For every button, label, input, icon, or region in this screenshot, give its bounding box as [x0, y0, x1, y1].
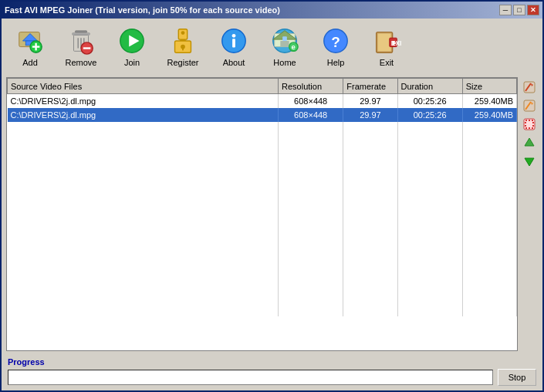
add-button[interactable]: Add	[6, 22, 54, 71]
table-row[interactable]: C:\DRIVERS\2j.dl.mpg 608×448 29.97 00:25…	[8, 108, 517, 122]
exit-label: Exit	[380, 58, 394, 67]
empty-row	[8, 275, 517, 289]
empty-row	[8, 233, 517, 247]
svg-rect-29	[282, 36, 287, 41]
svg-text:?: ?	[331, 34, 340, 50]
side-toolbar	[521, 77, 538, 351]
join-button[interactable]: Join	[108, 22, 156, 71]
empty-row	[8, 122, 517, 136]
empty-row	[8, 150, 517, 164]
move-up-button[interactable]	[522, 136, 536, 150]
exit-button[interactable]: EXIT Exit	[363, 22, 411, 71]
cell-framerate: 29.97	[343, 108, 397, 122]
home-label: Home	[273, 58, 296, 67]
empty-row	[8, 177, 517, 191]
window-title: Fast AVI MPEG Joiner (Trial version, joi…	[5, 5, 280, 15]
home-button[interactable]: e Home	[261, 22, 309, 71]
svg-rect-6	[75, 31, 86, 33]
about-icon	[218, 25, 249, 56]
svg-marker-47	[525, 138, 534, 146]
empty-row	[8, 289, 517, 302]
help-label: Help	[327, 58, 345, 67]
minimize-button[interactable]: ─	[499, 5, 512, 15]
empty-row	[8, 164, 517, 177]
help-button[interactable]: ? Help	[312, 22, 360, 71]
svg-point-23	[232, 34, 236, 38]
remove-button[interactable]: Remove	[57, 22, 105, 71]
empty-row	[8, 247, 517, 261]
move-down-button[interactable]	[522, 154, 536, 168]
cell-duration: 00:25:26	[397, 94, 462, 108]
col-header-duration: Duration	[397, 79, 462, 94]
svg-point-17	[181, 31, 185, 35]
svg-rect-28	[280, 41, 289, 47]
help-icon: ?	[320, 25, 351, 56]
close-button[interactable]: ✕	[527, 5, 539, 15]
svg-rect-35	[378, 34, 391, 52]
svg-marker-48	[525, 158, 534, 166]
file-table: Source Video Files Resolution Framerate …	[7, 78, 517, 316]
progress-bar	[8, 370, 493, 385]
add-label: Add	[22, 58, 38, 67]
cell-source: C:\DRIVERS\2j.dl.mpg	[8, 94, 279, 108]
progress-row: Stop	[8, 369, 536, 386]
empty-row	[8, 191, 517, 205]
join-label: Join	[124, 58, 140, 67]
cell-source: C:\DRIVERS\2j.dl.mpg	[8, 108, 279, 122]
progress-area: Progress Stop	[2, 354, 542, 390]
cell-duration: 00:25:26	[397, 108, 462, 122]
edit1-button[interactable]	[522, 80, 536, 94]
col-header-framerate: Framerate	[343, 79, 397, 94]
register-button[interactable]: Register	[159, 22, 207, 71]
cell-size: 259.40MB	[462, 94, 516, 108]
svg-text:e: e	[292, 42, 296, 51]
empty-row	[8, 205, 517, 219]
add-icon	[15, 25, 46, 56]
edit2-button[interactable]	[522, 99, 536, 113]
about-button[interactable]: About	[210, 22, 258, 71]
svg-rect-21	[182, 47, 184, 51]
join-icon	[117, 25, 147, 56]
col-header-source: Source Video Files	[8, 79, 279, 94]
exit-icon: EXIT	[371, 25, 402, 56]
register-icon	[167, 25, 198, 56]
empty-row	[8, 136, 517, 150]
empty-row	[8, 261, 517, 275]
table-row[interactable]: C:\DRIVERS\2j.dl.mpg 608×448 29.97 00:25…	[8, 94, 517, 108]
register-label: Register	[167, 58, 199, 67]
empty-row	[8, 302, 517, 316]
col-header-size: Size	[462, 79, 516, 94]
toolbar: Add Remove	[2, 19, 542, 74]
empty-row	[8, 219, 517, 233]
cell-framerate: 29.97	[343, 94, 397, 108]
home-icon: e	[269, 25, 300, 56]
stop-button[interactable]: Stop	[498, 369, 536, 386]
remove-icon	[66, 25, 96, 56]
main-window: Fast AVI MPEG Joiner (Trial version, joi…	[0, 0, 544, 392]
cell-resolution: 608×448	[279, 108, 343, 122]
content-area: Source Video Files Resolution Framerate …	[2, 74, 542, 354]
progress-label: Progress	[8, 357, 536, 367]
select-region-button[interactable]	[522, 117, 536, 131]
file-table-container: Source Video Files Resolution Framerate …	[6, 77, 518, 351]
col-header-resolution: Resolution	[279, 79, 343, 94]
cell-size: 259.40MB	[462, 108, 516, 122]
maximize-button[interactable]: □	[513, 5, 525, 15]
svg-rect-24	[232, 39, 235, 47]
titlebar-buttons: ─ □ ✕	[499, 5, 539, 15]
remove-label: Remove	[66, 58, 97, 67]
title-bar: Fast AVI MPEG Joiner (Trial version, joi…	[2, 2, 542, 19]
about-label: About	[223, 58, 245, 67]
cell-resolution: 608×448	[279, 94, 343, 108]
